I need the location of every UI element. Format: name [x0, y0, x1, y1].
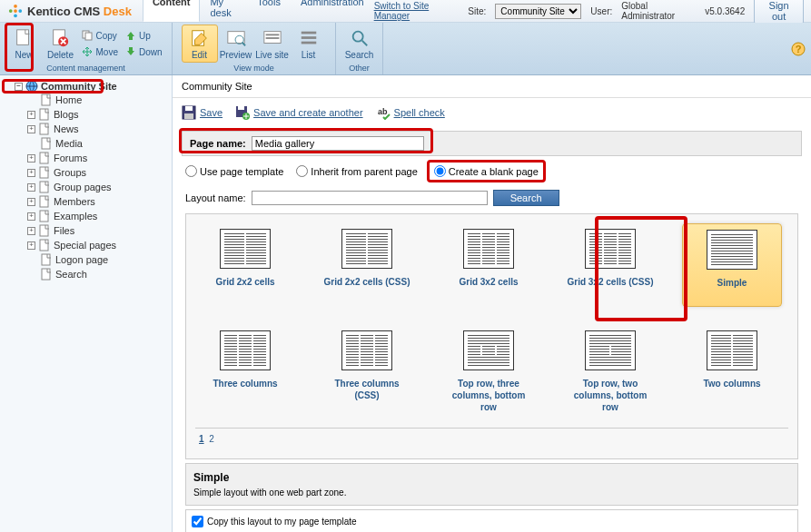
tree-node-members[interactable]: +Members [27, 195, 170, 208]
tab-tools[interactable]: Tools [247, 0, 291, 22]
tab-administration[interactable]: Administration [291, 0, 374, 22]
up-button[interactable]: Up [122, 28, 166, 43]
layout-search-button[interactable]: Search [493, 190, 559, 206]
svg-text:?: ? [796, 44, 802, 54]
expand-icon[interactable]: + [27, 183, 35, 192]
sign-out-button[interactable]: Sign out [754, 0, 804, 25]
spell-check-link[interactable]: abSpell check [376, 105, 445, 120]
page-1[interactable]: 1 [199, 434, 204, 444]
tree-node-home[interactable]: Home [27, 94, 170, 106]
svg-point-4 [14, 9, 17, 13]
live-site-icon [262, 28, 282, 48]
pagename-row: Page name: [182, 131, 802, 156]
tree-node-forums[interactable]: +Forums [27, 152, 170, 164]
expand-icon[interactable]: + [27, 111, 35, 119]
site-select[interactable]: Community Site [495, 4, 581, 19]
copy-button[interactable]: Copy [78, 28, 121, 43]
layout-thumb-icon [463, 229, 514, 269]
top-tabs: Content My desk Tools Administration [143, 0, 374, 22]
layout-card-simple[interactable]: Simple [682, 223, 782, 307]
layout-card-top-row-two-columns-bottom-row[interactable]: Top row, two columns, bottom row [560, 325, 660, 419]
search-button[interactable]: Search [341, 25, 378, 63]
page-2[interactable]: 2 [209, 434, 214, 444]
list-icon [299, 28, 319, 48]
delete-button[interactable]: Delete [42, 25, 78, 63]
copy-layout-label: Copy this layout to my page template [207, 517, 357, 527]
edit-mode-button[interactable]: Edit [182, 25, 218, 63]
expand-icon[interactable]: + [27, 154, 35, 163]
group-label-content-mgmt: Content management [46, 63, 125, 74]
globe-icon [25, 80, 38, 93]
save-icon [182, 105, 196, 120]
down-button[interactable]: Down [122, 44, 166, 59]
radio-inherit[interactable]: Inherit from parent page [296, 165, 417, 177]
copy-icon [82, 30, 93, 41]
svg-rect-9 [85, 33, 92, 40]
tree-node-files[interactable]: +Files [27, 224, 170, 237]
collapse-icon[interactable]: − [15, 83, 23, 91]
expand-icon[interactable]: + [27, 169, 35, 177]
svg-point-19 [352, 31, 362, 41]
layout-card-top-row-three-columns-bottom-row[interactable]: Top row, three columns, bottom row [439, 325, 539, 419]
save-link[interactable]: Save [182, 105, 223, 120]
svg-rect-18 [301, 41, 316, 44]
content-tree: −Community SiteHome+Blogs+NewsMedia+Foru… [0, 75, 173, 532]
layout-card-two-columns[interactable]: Two columns [682, 325, 782, 419]
svg-rect-27 [40, 153, 48, 163]
expand-icon[interactable]: + [27, 212, 35, 221]
new-button[interactable]: New [5, 25, 42, 63]
layout-card-grid-3x2-cells[interactable]: Grid 3x2 cells [439, 223, 539, 307]
layout-card-grid-2x2-cells[interactable]: Grid 2x2 cells [195, 223, 295, 307]
tree-node-groups[interactable]: +Groups [27, 166, 170, 179]
brand-logo: Kentico CMS Desk [7, 3, 132, 19]
expand-icon[interactable]: + [27, 241, 35, 250]
layout-thumb-icon [463, 330, 514, 370]
spell-check-icon: ab [376, 105, 391, 120]
svg-rect-28 [40, 167, 48, 178]
svg-rect-24 [40, 109, 48, 120]
ribbon-toolbar: New Delete Copy Move Up Down Content man… [0, 23, 811, 75]
switch-to-site-manager-link[interactable]: Switch to Site Manager [374, 1, 460, 21]
tree-root-node[interactable]: −Community Site [15, 80, 170, 93]
copy-layout-checkbox[interactable] [192, 516, 203, 527]
pagename-input[interactable] [252, 136, 424, 151]
tree-node-search[interactable]: Search [27, 268, 170, 281]
layout-card-three-columns[interactable]: Three columns [195, 325, 295, 419]
live-site-button[interactable]: Live site [254, 25, 291, 63]
tree-node-blogs[interactable]: +Blogs [27, 108, 170, 121]
svg-rect-35 [42, 269, 50, 280]
svg-rect-15 [265, 37, 279, 39]
layout-card-grid-3x2-cells-css-[interactable]: Grid 3x2 cells (CSS) [560, 223, 660, 307]
layout-card-three-columns-css-[interactable]: Three columns (CSS) [317, 325, 417, 419]
move-icon [82, 46, 93, 57]
breadcrumb: Community Site [173, 75, 811, 98]
layout-card-grid-2x2-cells-css-[interactable]: Grid 2x2 cells (CSS) [317, 223, 417, 307]
radio-blank[interactable]: Create a blank page [430, 163, 542, 179]
move-button[interactable]: Move [78, 44, 121, 59]
radio-use-template[interactable]: Use page template [185, 165, 283, 177]
page-icon [38, 239, 51, 251]
layout-name-input[interactable] [252, 191, 488, 205]
preview-button[interactable]: Preview [218, 25, 254, 63]
tree-node-special-pages[interactable]: +Special pages [27, 239, 170, 251]
tab-mydesk[interactable]: My desk [200, 0, 247, 22]
svg-rect-23 [42, 94, 50, 105]
tree-node-news[interactable]: +News [27, 123, 170, 135]
tree-node-media[interactable]: Media [27, 137, 170, 150]
copy-layout-row: Copy this layout to my page template [185, 509, 798, 532]
expand-icon[interactable]: + [27, 227, 35, 235]
expand-icon[interactable]: + [27, 125, 35, 133]
down-arrow-icon [125, 46, 136, 57]
layout-label: Three columns (CSS) [322, 378, 411, 401]
list-button[interactable]: List [291, 25, 327, 63]
tree-node-group-pages[interactable]: +Group pages [27, 181, 170, 193]
tree-node-examples[interactable]: +Examples [27, 210, 170, 222]
help-icon[interactable]: ? [791, 42, 806, 56]
svg-point-1 [9, 9, 13, 13]
expand-icon[interactable]: + [27, 198, 35, 206]
tree-node-logon-page[interactable]: Logon page [27, 253, 170, 266]
top-bar: Kentico CMS Desk Content My desk Tools A… [0, 0, 811, 23]
tab-content[interactable]: Content [143, 0, 201, 22]
layout-thumb-icon [585, 229, 636, 269]
save-create-another-link[interactable]: Save and create another [235, 105, 362, 120]
